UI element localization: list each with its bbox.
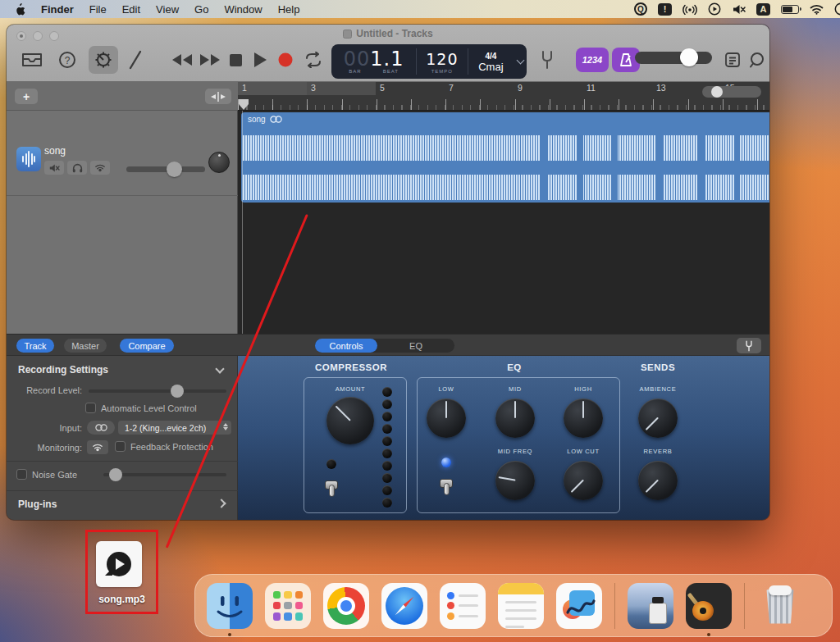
count-in-button[interactable]: 1234 — [576, 48, 609, 72]
dock-notes-icon[interactable] — [498, 583, 544, 629]
record-level-slider[interactable] — [89, 389, 226, 393]
track-volume-slider[interactable] — [126, 166, 205, 172]
smart-controls-button[interactable] — [89, 46, 118, 74]
desktop-file-name[interactable]: song.mp3 — [85, 594, 158, 605]
menu-item-go[interactable]: Go — [194, 3, 208, 16]
lcd-chevron-icon[interactable] — [514, 44, 527, 79]
solo-headphones-button[interactable] — [67, 161, 87, 175]
menu-item-edit[interactable]: Edit — [122, 3, 140, 16]
tab-track[interactable]: Track — [16, 339, 54, 353]
monitoring-button[interactable] — [87, 440, 108, 454]
master-volume-slider[interactable] — [635, 52, 712, 64]
record-button[interactable] — [276, 52, 294, 68]
tab-master[interactable]: Master — [64, 339, 107, 353]
menu-item-window[interactable]: Window — [224, 3, 262, 16]
audio-file-icon[interactable] — [96, 541, 142, 587]
dock-garageband-icon[interactable] — [686, 583, 732, 629]
tab-compare[interactable]: Compare — [120, 339, 174, 353]
play-status-icon[interactable] — [708, 2, 721, 16]
dock-safari-icon[interactable] — [381, 583, 427, 629]
input-format-button[interactable] — [87, 421, 115, 435]
feedback-protection-checkbox[interactable] — [115, 441, 126, 452]
eq-mid-freq-knob[interactable] — [495, 461, 535, 500]
eq-low-knob[interactable] — [427, 398, 466, 438]
horizontal-zoom-slider[interactable] — [702, 86, 761, 98]
playhead-handle[interactable] — [239, 99, 249, 110]
clock-icon[interactable] — [834, 2, 840, 16]
loop-browser-icon[interactable] — [746, 49, 768, 71]
stop-button[interactable] — [227, 52, 244, 68]
recording-settings-panel: Recording Settings Record Level: Automat… — [7, 356, 238, 520]
track-volume-knob[interactable] — [167, 162, 182, 177]
eq-toggle-switch[interactable] — [438, 472, 454, 497]
reverb-knob[interactable] — [638, 461, 678, 500]
dock-divider — [614, 583, 615, 629]
mute-icon[interactable] — [732, 2, 746, 16]
cycle-button[interactable] — [302, 49, 325, 71]
compressor-toggle-switch[interactable] — [323, 474, 340, 499]
ambience-knob[interactable] — [638, 398, 678, 438]
input-label: Input: — [10, 423, 82, 433]
input-monitoring-button[interactable] — [90, 161, 110, 175]
menu-item-help[interactable]: Help — [278, 3, 300, 16]
audio-region[interactable]: song — [241, 112, 769, 203]
plugins-header[interactable]: Plug-ins — [18, 499, 57, 510]
track-name[interactable]: song — [44, 145, 66, 157]
lcd-display[interactable]: 001.1 BARBEAT 120 TEMPO 4/4 Cmaj — [331, 44, 527, 79]
reverb-label: REVERB — [643, 448, 672, 455]
noise-gate-checkbox[interactable] — [16, 469, 27, 480]
add-track-button[interactable]: + — [15, 89, 38, 104]
master-volume-knob[interactable] — [680, 48, 698, 66]
tuner-icon[interactable] — [536, 48, 558, 72]
menu-item-file[interactable]: File — [89, 3, 107, 16]
play-button[interactable] — [251, 51, 269, 69]
dock-freeform-icon[interactable] — [556, 583, 602, 629]
dock-documents-stack-icon[interactable] — [628, 583, 673, 629]
recording-settings-header[interactable]: Recording Settings — [18, 364, 108, 376]
note-pad-icon[interactable] — [722, 49, 743, 71]
dock-finder-icon[interactable] — [207, 583, 253, 629]
lcd-tempo-value: 120 — [426, 50, 458, 68]
rewind-button[interactable] — [171, 51, 194, 69]
noise-gate-knob[interactable] — [109, 468, 122, 481]
compressor-amount-knob[interactable] — [326, 397, 374, 444]
battery-icon[interactable] — [781, 2, 799, 16]
eq-mid-knob[interactable] — [495, 398, 535, 438]
catch-playhead-button[interactable] — [205, 89, 231, 104]
tab-eq[interactable]: EQ — [377, 339, 454, 353]
timeline-area[interactable]: song — [238, 111, 769, 334]
warning-status-icon[interactable]: ! — [658, 2, 672, 16]
help-icon[interactable]: ? — [57, 50, 77, 70]
dock-trash-icon[interactable] — [757, 583, 803, 629]
count-in-label: 1234 — [582, 55, 602, 65]
eq-low-cut-knob[interactable] — [564, 461, 603, 500]
wifi-icon[interactable] — [810, 2, 824, 16]
broadcast-icon[interactable] — [682, 2, 697, 16]
track-row[interactable]: song — [7, 111, 238, 196]
q-status-icon[interactable]: Q — [634, 2, 647, 16]
mute-button[interactable] — [44, 161, 64, 175]
tab-controls[interactable]: Controls — [315, 339, 377, 353]
zoom-slider-knob[interactable] — [711, 86, 723, 98]
editors-icon[interactable] — [125, 48, 146, 72]
apple-menu-icon[interactable] — [15, 2, 25, 16]
dock-chrome-icon[interactable] — [323, 583, 369, 629]
gain-reduction-meter — [382, 387, 392, 508]
auto-level-checkbox[interactable] — [85, 403, 96, 413]
tuning-fork-button[interactable] — [737, 338, 761, 353]
noise-gate-slider[interactable] — [103, 473, 226, 476]
timeline-ruler[interactable]: 1 3 5 7 9 11 13 15 — [238, 82, 769, 111]
dock-reminders-icon[interactable] — [440, 583, 486, 629]
dock-launchpad-icon[interactable] — [265, 583, 311, 629]
finder-running-indicator — [228, 633, 231, 636]
track-pan-knob[interactable] — [208, 152, 230, 173]
input-source-icon[interactable]: A — [756, 2, 770, 16]
menu-app-name[interactable]: Finder — [41, 3, 74, 16]
menu-item-view[interactable]: View — [156, 3, 179, 16]
record-level-knob[interactable] — [171, 385, 184, 398]
library-icon[interactable] — [18, 48, 46, 72]
forward-button[interactable] — [199, 51, 221, 69]
collapse-chevron-icon[interactable] — [215, 364, 224, 373]
eq-high-knob[interactable] — [564, 398, 603, 438]
plugins-chevron-icon[interactable] — [217, 499, 226, 508]
